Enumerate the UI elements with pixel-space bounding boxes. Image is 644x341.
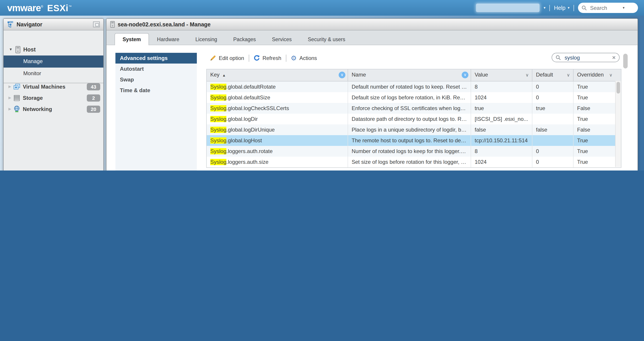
refresh-button[interactable]: Refresh [254, 55, 281, 61]
actions-button[interactable]: ⚙ Actions [291, 55, 317, 62]
table-row-selected[interactable]: Syslog.global.logHost The remote host to… [207, 135, 621, 146]
networking-icon [14, 106, 20, 112]
help-menu[interactable]: Help ▾ [554, 5, 570, 11]
tab-licensing[interactable]: Licensing [188, 33, 225, 45]
storage-label: Storage [23, 95, 43, 101]
edit-option-label: Edit option [219, 55, 244, 61]
search-highlight: Syslog [210, 148, 226, 154]
table-row[interactable]: Syslog.global.logDirUnique Place logs in… [207, 124, 621, 135]
advanced-settings-table: Key▲ ∨ Name ∨ Value ∨ Default [206, 69, 622, 168]
table-row[interactable]: Syslog.global.defaultRotate Default numb… [207, 82, 621, 92]
navigator-panel: Navigator ▼ Host Manage Monitor ▶ Virtua… [3, 18, 104, 170]
settings-search-input[interactable] [564, 54, 610, 61]
advanced-settings-pane: Edit option Refresh ⚙ Actions [206, 53, 622, 170]
account-menu-blurred[interactable] [476, 4, 540, 12]
collapsed-icon[interactable]: ▶ [7, 84, 12, 88]
caret-down-icon[interactable]: ▾ [623, 6, 624, 10]
tab-strip: System Hardware Licensing Packages Servi… [106, 30, 638, 45]
main-titlebar: sea-node02.esxi.sea.land - Manage [106, 19, 638, 30]
collapsed-icon[interactable]: ▶ [7, 96, 12, 100]
tree-node-networking[interactable]: ▶ Networking 20 [4, 103, 103, 114]
divider [286, 54, 286, 62]
search-highlight: Syslog [210, 116, 226, 122]
gear-icon: ⚙ [291, 55, 297, 62]
tree-node-storage[interactable]: ▶ Storage 2 [4, 92, 103, 103]
virtual-machines-label: Virtual Machines [23, 84, 65, 90]
global-search-input[interactable] [589, 4, 620, 12]
table-row[interactable]: Syslog.loggers.auth.rotate Number of rot… [207, 146, 621, 157]
tree-node-host[interactable]: ▼ Host [4, 44, 103, 56]
host-label: Host [23, 46, 36, 52]
column-header-value[interactable]: Value ∨ [471, 69, 532, 81]
search-icon [582, 5, 587, 10]
subnav-time-date[interactable]: Time & date [116, 85, 197, 96]
tab-hardware[interactable]: Hardware [149, 33, 188, 45]
column-header-key[interactable]: Key▲ ∨ [207, 69, 348, 81]
table-scrollbar-thumb[interactable] [616, 82, 620, 94]
edit-option-button[interactable]: Edit option [210, 55, 244, 61]
tab-security-users[interactable]: Security & users [300, 33, 353, 45]
settings-search[interactable]: × [552, 53, 620, 62]
tree-node-virtual-machines[interactable]: ▶ Virtual Machines 43 [4, 81, 103, 92]
table-row[interactable]: Syslog.global.logCheckSSLCerts Enforce c… [207, 103, 621, 114]
vm-count-badge: 43 [87, 83, 100, 90]
clear-search-icon[interactable]: × [612, 54, 616, 60]
caret-down-icon: ▾ [568, 6, 570, 10]
host-icon [110, 21, 115, 28]
navigator-title: Navigator [16, 21, 42, 28]
host-icon [15, 46, 20, 53]
key-filter-icon[interactable]: ∨ [339, 72, 346, 78]
column-header-name[interactable]: Name ∨ [348, 69, 471, 81]
divider [248, 54, 249, 62]
tab-system[interactable]: System [114, 33, 149, 45]
table-row[interactable]: Syslog.loggers.auth.size Set size of log… [207, 157, 621, 167]
subnav-autostart[interactable]: Autostart [116, 64, 197, 74]
chevron-down-icon[interactable]: ∨ [566, 69, 570, 80]
divider [574, 5, 574, 11]
refresh-label: Refresh [262, 55, 281, 61]
storage-icon [14, 95, 20, 101]
search-highlight: Syslog [210, 105, 226, 112]
name-filter-icon[interactable]: ∨ [462, 72, 468, 78]
collapsed-icon[interactable]: ▶ [7, 107, 12, 111]
system-tab-content: Advanced settings Autostart Swap Time & … [106, 45, 638, 170]
brand-esxi: ESXi [47, 3, 68, 13]
networking-label: Networking [23, 106, 52, 112]
column-header-overridden[interactable]: Overridden ∨ [574, 69, 621, 81]
global-search[interactable]: ▾ [578, 3, 638, 13]
sidebar-item-monitor[interactable]: Monitor [4, 68, 103, 80]
chevron-down-icon[interactable]: ∨ [526, 69, 529, 80]
vmware-esxi-logo: vmware® ESXi™ [7, 2, 72, 13]
table-row[interactable]: Syslog.global.logDir Datastore path of d… [207, 114, 621, 124]
expanded-icon[interactable]: ▼ [8, 48, 14, 52]
search-highlight: Syslog [210, 159, 226, 165]
settings-toolbar: Edit option Refresh ⚙ Actions [210, 53, 317, 63]
refresh-icon [254, 55, 260, 61]
search-highlight: Syslog [210, 138, 226, 144]
collapse-panel-icon[interactable] [93, 22, 100, 27]
subnav-advanced-settings[interactable]: Advanced settings [116, 53, 197, 64]
tab-packages[interactable]: Packages [225, 33, 264, 45]
content-scrollbar-thumb[interactable] [623, 54, 628, 68]
subnav-swap[interactable]: Swap [116, 74, 197, 85]
search-highlight: Syslog [210, 127, 226, 133]
navigator-titlebar: Navigator [4, 19, 103, 30]
table-row[interactable]: Syslog.global.defaultSize Default size o… [207, 92, 621, 103]
caret-down-icon[interactable]: ▾ [544, 6, 546, 10]
sidebar-item-manage[interactable]: Manage [4, 56, 103, 68]
navigator-tree-icon [7, 21, 14, 28]
sort-asc-icon: ▲ [222, 74, 226, 78]
brand-vmware: vmware [7, 2, 41, 13]
virtual-machines-icon [14, 84, 20, 90]
chevron-down-icon[interactable]: ∨ [609, 69, 612, 80]
system-subnav: Advanced settings Autostart Swap Time & … [116, 53, 197, 170]
top-bar: vmware® ESXi™ ▾ Help ▾ ▾ [0, 0, 644, 16]
tab-services[interactable]: Services [264, 33, 300, 45]
column-header-default[interactable]: Default ∨ [532, 69, 574, 81]
table-header: Key▲ ∨ Name ∨ Value ∨ Default [207, 69, 621, 82]
pencil-icon [210, 55, 216, 61]
host-manage-window: sea-node02.esxi.sea.land - Manage System… [106, 18, 638, 170]
table-scrollbar[interactable] [615, 81, 621, 167]
trademark-mark: ™ [68, 5, 72, 8]
page-title: sea-node02.esxi.sea.land - Manage [118, 21, 210, 28]
